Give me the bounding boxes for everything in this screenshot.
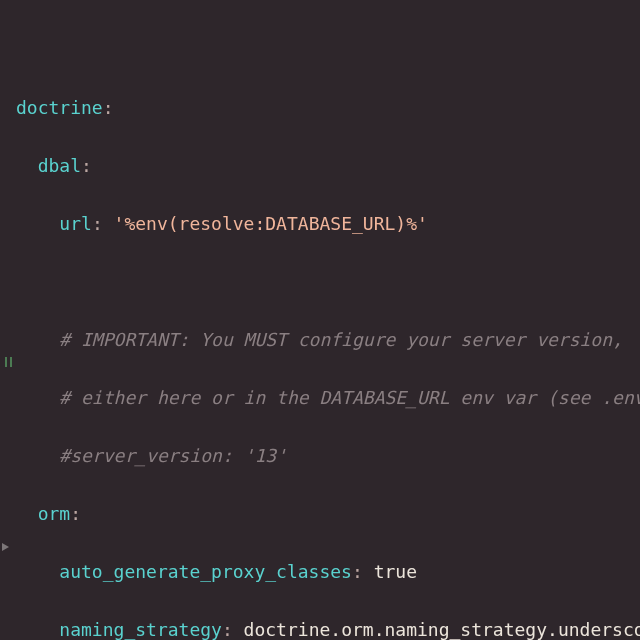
code-line (16, 267, 640, 296)
code-line: url: '%env(resolve:DATABASE_URL)%' (16, 209, 640, 238)
code-line: # IMPORTANT: You MUST configure your ser… (16, 325, 640, 354)
code-line: naming_strategy: doctrine.orm.naming_str… (16, 615, 640, 640)
code-line: # either here or in the DATABASE_URL env… (16, 383, 640, 412)
code-line: #server_version: '13' (16, 441, 640, 470)
gutter-change-marker (5, 357, 12, 367)
fold-marker-icon[interactable] (2, 543, 9, 551)
code-line: dbal: (16, 151, 640, 180)
code-line: doctrine: (16, 93, 640, 122)
code-editor[interactable]: doctrine: dbal: url: '%env(resolve:DATAB… (0, 0, 640, 640)
code-line: orm: (16, 499, 640, 528)
code-line: auto_generate_proxy_classes: true (16, 557, 640, 586)
